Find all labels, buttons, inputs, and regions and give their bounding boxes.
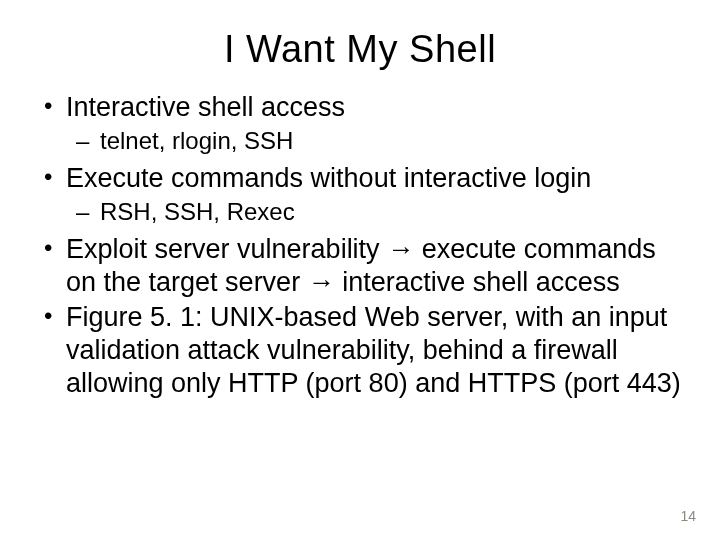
bullet-item-1: Interactive shell access telnet, rlogin,… <box>36 91 684 156</box>
arrow-icon: → <box>308 267 335 297</box>
bullet-text: Interactive shell access <box>66 92 345 122</box>
bullet-text-part: interactive shell access <box>335 267 620 297</box>
bullet-list-level2: RSH, SSH, Rexec <box>66 197 684 227</box>
bullet-item-4: Figure 5. 1: UNIX-based Web server, with… <box>36 301 684 400</box>
bullet-text: Figure 5. 1: UNIX-based Web server, with… <box>66 302 681 398</box>
arrow-icon: → <box>387 234 414 264</box>
bullet-list-level2: telnet, rlogin, SSH <box>66 126 684 156</box>
slide-container: I Want My Shell Interactive shell access… <box>0 0 720 540</box>
bullet-text: Execute commands without interactive log… <box>66 163 591 193</box>
sub-bullet-item: telnet, rlogin, SSH <box>66 126 684 156</box>
bullet-text-part: Exploit server vulnerability <box>66 234 387 264</box>
page-number: 14 <box>680 508 696 524</box>
sub-bullet-text: RSH, SSH, Rexec <box>100 198 295 225</box>
bullet-item-3: Exploit server vulnerability → execute c… <box>36 233 684 299</box>
bullet-list-level1: Interactive shell access telnet, rlogin,… <box>36 91 684 400</box>
slide-title: I Want My Shell <box>36 28 684 71</box>
sub-bullet-item: RSH, SSH, Rexec <box>66 197 684 227</box>
bullet-item-2: Execute commands without interactive log… <box>36 162 684 227</box>
sub-bullet-text: telnet, rlogin, SSH <box>100 127 293 154</box>
